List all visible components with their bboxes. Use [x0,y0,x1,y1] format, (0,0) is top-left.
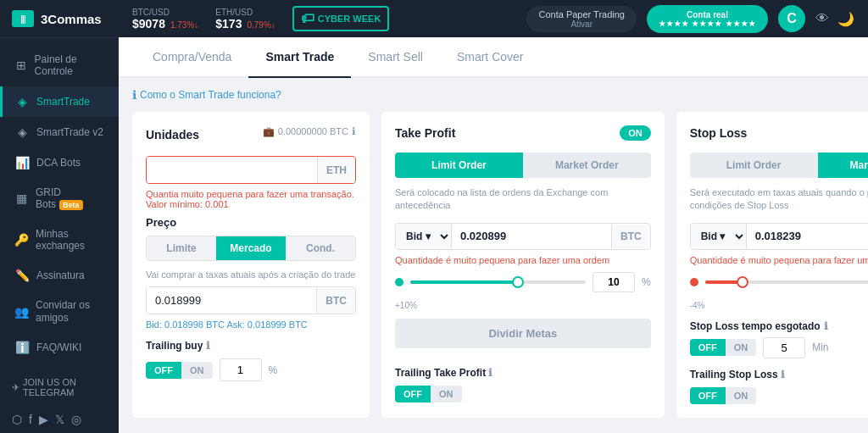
eye-icon[interactable]: 👁 [815,11,829,27]
smarttrade2-icon: ◈ [14,125,30,139]
sl-time-input[interactable] [763,337,805,358]
conta-real-btn[interactable]: Conta real ★★★★ ★★★★ ★★★★ [647,5,768,33]
sl-bid-select[interactable]: Bid ▾ [691,224,747,249]
paper-trading-label: Conta Paper Trading [538,9,625,19]
trailing-buy-section: Trailing buy ℹ OFF ON % [146,340,356,381]
tp-slider-value[interactable] [593,272,635,292]
ask-value: 0.018999 BTC [248,319,308,330]
eth-label: ETH/USD [215,8,275,17]
topbar-right: Conta Paper Trading Ativar Conta real ★★… [526,5,854,33]
paper-trading-btn[interactable]: Conta Paper Trading Ativar [526,6,637,32]
discord-icon[interactable]: ⬡ [12,413,22,426]
trailing-value-input[interactable] [220,358,262,381]
sl-slider-thumb[interactable] [737,276,748,288]
moon-icon[interactable]: 🌙 [837,11,854,27]
trailing-sl-off-btn[interactable]: OFF [690,387,726,404]
take-profit-toggle: ON [620,125,651,141]
sl-info: Será executado em taxas atuais quando o … [690,186,868,213]
sidebar-item-smarttrade[interactable]: ◈ SmartTrade [0,86,119,117]
dividir-btn[interactable]: Dividir Metas [395,319,651,348]
trailing-off-btn[interactable]: OFF [146,362,181,379]
tp-price-input[interactable] [452,224,611,248]
trailing-tp-off-btn[interactable]: OFF [395,386,431,402]
eth-price: ETH/USD $173 0.79%↓ [215,8,275,31]
tab-smart[interactable]: Smart Trade [248,37,351,78]
trailing-tp-on-btn[interactable]: ON [431,386,462,402]
faq-icon: ℹ️ [14,341,30,354]
sidebar-label-painel: Painel de Controle [35,53,107,78]
telegram-icon: ✈ [12,382,19,393]
tp-slider-thumb[interactable] [512,276,524,288]
dca-icon: 📊 [14,156,30,169]
logo[interactable]: ||| 3Commas [0,0,119,38]
sl-tempo-toggle: OFF ON [690,339,757,356]
tab-compra[interactable]: Compra/Venda [136,37,248,78]
trailing-tp-info-icon[interactable]: ℹ [488,367,492,379]
sidebar-item-dca[interactable]: 📊 DCA Bots [0,147,119,178]
dashboard-icon: ⊞ [14,58,28,72]
trailing-sl-info-icon[interactable]: ℹ [781,369,785,380]
tp-info: Será colocado na lista de ordens da Exch… [395,186,651,213]
market-order-btn[interactable]: Market Order [523,153,651,178]
smarttrade-icon: ◈ [14,95,30,108]
avatar[interactable]: C [778,5,805,32]
sl-limit-btn[interactable]: Limit Order [690,153,818,178]
mercado-btn[interactable]: Mercado [216,236,286,260]
tp-bid-group: Bid ▾ BTC [395,223,651,250]
trailing-tp-label: Trailing Take Profit ℹ [395,367,651,379]
trailing-info-icon[interactable]: ℹ [206,340,210,352]
sidebar-label-smarttrade2: SmartTrade v2 [36,126,103,138]
wallet-info-icon[interactable]: ℹ [352,125,356,137]
telegram-link[interactable]: ✈ JOIN US ON TELEGRAM [0,369,119,406]
tp-bid-select[interactable]: Bid ▾ [396,224,452,249]
grid-icon: ▦ [14,192,29,205]
help-link[interactable]: ℹ Como o Smart Trade funciona? [132,88,854,102]
units-input[interactable] [147,157,317,183]
units-suffix: ETH [317,158,355,183]
sl-order-type-group: Limit Order Market Order [690,153,868,178]
sidebar-item-assinatura[interactable]: ✏️ Assinatura [0,260,119,291]
exchanges-icon: 🔑 [14,233,29,247]
sidebar-item-exchanges[interactable]: 🔑 Minhas exchanges [0,219,119,261]
topbar-icons: 👁 🌙 [815,11,854,27]
tab-cover[interactable]: Smart Cover [440,37,541,78]
trailing-sl-on-btn[interactable]: ON [726,387,757,404]
facebook-icon[interactable]: f [29,413,32,426]
tp-slider-track[interactable] [410,280,586,284]
sidebar-item-smarttrade2[interactable]: ◈ SmartTrade v2 [0,117,119,147]
left-panel: Unidades 💼 0.00000000 BTC ℹ ETH Quantia … [132,112,370,418]
sl-slider-track[interactable] [705,280,868,284]
twitter-icon[interactable]: 𝕏 [55,413,64,426]
tp-on-btn[interactable]: ON [620,125,651,141]
limite-btn[interactable]: Limite [147,236,216,260]
sl-tempo-off-btn[interactable]: OFF [690,339,726,356]
btc-label: BTC/USD [132,8,198,17]
sidebar-label-exchanges: Minhas exchanges [36,228,107,253]
cyber-week-badge[interactable]: 🏷 CYBER WEEK [292,6,390,31]
sl-market-btn[interactable]: Market Order [818,153,868,178]
sidebar-item-painel[interactable]: ⊞ Painel de Controle [0,45,119,86]
price-note: Vai comprar a taxas atuais após a criaçã… [146,269,356,280]
sl-price-input[interactable] [747,224,868,248]
conta-stars: ★★★★ ★★★★ ★★★★ [659,19,756,28]
trailing-toggle: OFF ON [146,362,213,379]
sidebar-item-grid[interactable]: ▦ GRID BotsBeta [0,178,119,219]
trailing-on-btn[interactable]: ON [181,362,213,379]
sidebar-item-convidar[interactable]: 👥 Convidar os amigos [0,291,119,332]
youtube-icon[interactable]: ▶ [39,413,48,426]
tp-slider-dot [395,278,403,286]
tab-sell[interactable]: Smart Sell [351,37,440,78]
trailing-sl-row: OFF ON [690,387,868,404]
sidebar-item-faq[interactable]: ℹ️ FAQ/WIKI [0,332,119,363]
help-icon: ℹ [132,88,136,102]
price-suffix: BTC [316,288,355,314]
limit-order-btn[interactable]: Limit Order [395,153,523,178]
eth-value: $173 [215,17,242,31]
sl-error: Quantidade é muito pequena para fazer um… [690,255,868,265]
sl-tempo-on-btn[interactable]: ON [726,339,757,356]
cond-btn[interactable]: Cond. [286,236,355,260]
instagram-icon[interactable]: ◎ [71,413,81,426]
sl-tempo-info-icon[interactable]: ℹ [824,320,828,332]
sl-slider-dot [690,278,698,286]
price-input[interactable] [147,287,316,314]
